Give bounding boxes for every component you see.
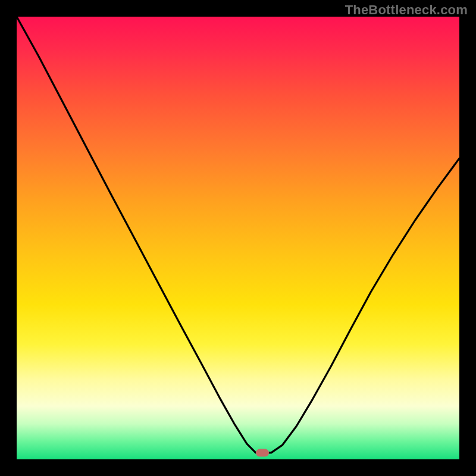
curve-path (17, 17, 459, 453)
plot-area (17, 17, 459, 459)
bottleneck-curve (17, 17, 459, 459)
chart-frame: TheBottleneck.com (0, 0, 476, 476)
optimal-point-marker (256, 449, 269, 456)
watermark-label: TheBottleneck.com (345, 2, 468, 18)
